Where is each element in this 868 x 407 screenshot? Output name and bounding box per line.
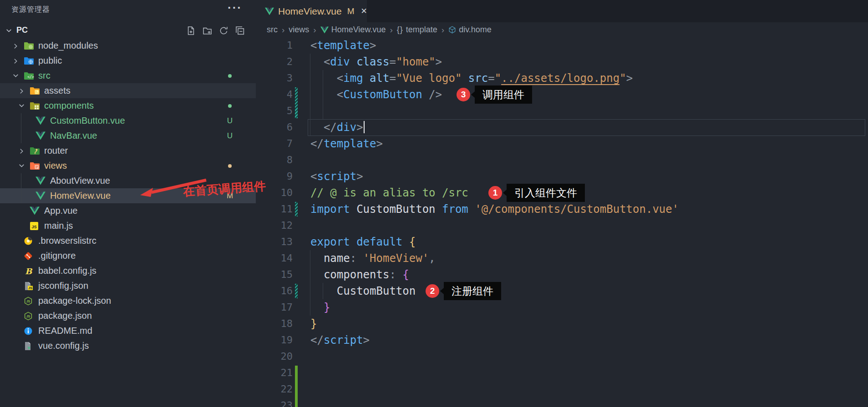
- line-number: 23: [256, 397, 293, 407]
- git-changes-dot: [228, 104, 232, 108]
- babel-icon: B: [24, 266, 35, 276]
- chevron-down-icon[interactable]: [12, 72, 20, 80]
- tree-item-label: .browserslistrc: [38, 236, 96, 246]
- more-actions-icon[interactable]: ···: [228, 1, 242, 15]
- code-line-23: 23: [256, 397, 868, 407]
- collapse-all-icon[interactable]: [235, 26, 245, 35]
- tree-item-vue-config-js[interactable]: vue.config.js: [0, 338, 256, 353]
- git-changes-dot: [228, 74, 232, 78]
- tree-item-router[interactable]: router: [0, 143, 256, 158]
- line-number: 2: [256, 54, 293, 70]
- breadcrumb-div-home[interactable]: div.home: [448, 25, 492, 35]
- tree-item-label: public: [38, 55, 62, 66]
- folder-node-icon: [24, 41, 35, 50]
- git-changes-dot: [228, 164, 232, 168]
- tree-item-views[interactable]: views: [0, 158, 256, 173]
- line-content: import CustomButton from '@/components/C…: [310, 201, 679, 217]
- breadcrumb-label: div.home: [459, 25, 492, 35]
- breadcrumb-label: template: [406, 25, 437, 35]
- tree-item-label: components: [44, 100, 94, 111]
- tree-item-label: AboutView.vue: [50, 176, 110, 186]
- breadcrumb-template[interactable]: {}template: [397, 25, 437, 35]
- chevron-right-icon[interactable]: [12, 42, 20, 50]
- tree-item-App-vue[interactable]: App.vue: [0, 203, 256, 218]
- line-number: 1: [256, 37, 293, 54]
- chevron-down-icon[interactable]: [18, 162, 26, 170]
- tree-item-src[interactable]: </>src: [0, 68, 256, 83]
- tree-item-main-js[interactable]: JSmain.js: [0, 218, 256, 233]
- cube-icon: [448, 26, 456, 34]
- code-line-8: 8: [256, 152, 868, 168]
- code-lines: 1<template>2 <div class="home">3 <img al…: [256, 37, 868, 407]
- tree-item-AboutView-vue[interactable]: AboutView.vue: [0, 173, 256, 188]
- breadcrumb-separator: ›: [313, 25, 316, 35]
- line-number: 16: [256, 283, 293, 299]
- tree-item-label: README.md: [38, 326, 92, 336]
- breadcrumb-separator: ›: [442, 25, 444, 35]
- chevron-spacer: [12, 267, 20, 275]
- tree-item--gitignore[interactable]: .gitignore: [0, 248, 256, 263]
- breadcrumb-HomeView-vue[interactable]: HomeView.vue: [320, 25, 386, 35]
- close-icon[interactable]: ✕: [361, 6, 367, 16]
- callout-badge-3: 3: [457, 88, 470, 101]
- tree-item-label: src: [38, 70, 51, 81]
- explorer-sidebar: 资源管理器 ··· PC node_modulespublic</>srcass…: [0, 0, 256, 407]
- tree-item-package-lock-json[interactable]: JSpackage-lock.json: [0, 293, 256, 308]
- chevron-right-icon[interactable]: [18, 147, 26, 155]
- code-line-7: 7</template>: [256, 136, 868, 152]
- chevron-spacer: [24, 117, 32, 125]
- chevron-right-icon[interactable]: [12, 57, 20, 65]
- project-section-header[interactable]: PC: [0, 23, 256, 38]
- line-number: 10: [256, 185, 293, 201]
- new-folder-icon[interactable]: [203, 26, 212, 35]
- node-icon: JS: [24, 296, 35, 306]
- code-line-17: 17 }: [256, 299, 868, 316]
- tree-item-CustomButton-vue[interactable]: CustomButton.vueU: [0, 113, 256, 128]
- tree-item-package-json[interactable]: JSpackage.json: [0, 308, 256, 323]
- tree-item-README-md[interactable]: README.md: [0, 323, 256, 338]
- git-status-badge: U: [224, 131, 236, 141]
- new-file-icon[interactable]: [186, 26, 196, 35]
- code-line-19: 19</script>: [256, 332, 868, 348]
- line-content: components: {: [310, 266, 409, 283]
- tree-item-babel-config-js[interactable]: Bbabel.config.js: [0, 263, 256, 278]
- breadcrumb-views[interactable]: views: [289, 25, 309, 35]
- tree-item-node_modules[interactable]: node_modules: [0, 38, 256, 53]
- tree-indent-guide: [21, 173, 21, 203]
- chevron-down-icon[interactable]: [18, 102, 26, 110]
- folder-assets-icon: [30, 86, 41, 95]
- tree-item-jsconfig-json[interactable]: JSjsconfig.json: [0, 278, 256, 293]
- line-number: 14: [256, 250, 293, 266]
- line-content: }: [310, 316, 317, 332]
- refresh-icon[interactable]: [219, 26, 228, 35]
- git-icon: [24, 251, 35, 261]
- js-icon: JS: [30, 221, 41, 231]
- code-line-4: 4 <CustomButton />: [256, 86, 868, 103]
- code-line-2: 2 <div class="home">: [256, 54, 868, 70]
- tree-item-label: router: [44, 146, 68, 156]
- tree-item-public[interactable]: public: [0, 53, 256, 68]
- line-number: 4: [256, 86, 293, 103]
- tree-item-label: jsconfig.json: [38, 281, 88, 291]
- line-number: 12: [256, 217, 293, 234]
- tree-item-NavBar-vue[interactable]: NavBar.vueU: [0, 128, 256, 143]
- line-number: 17: [256, 299, 293, 316]
- tab-homeview[interactable]: HomeView.vue M ✕: [256, 0, 367, 22]
- vue-icon: [36, 176, 46, 186]
- chevron-spacer: [24, 132, 32, 140]
- git-status-badge: U: [224, 116, 236, 126]
- tree-item-components[interactable]: components: [0, 98, 256, 113]
- tree-item-assets[interactable]: assets: [0, 83, 256, 98]
- folder-components-icon: [30, 101, 41, 111]
- folder-views-icon: [30, 161, 41, 171]
- breadcrumb-src[interactable]: src: [267, 25, 278, 35]
- code-editor[interactable]: 1<template>2 <div class="home">3 <img al…: [256, 37, 868, 407]
- line-number: 8: [256, 152, 293, 168]
- tree-item-label: CustomButton.vue: [50, 116, 125, 126]
- chevron-right-icon[interactable]: [18, 87, 26, 95]
- vue-icon: [36, 191, 46, 201]
- editor-area: HomeView.vue M ✕ src›views›HomeView.vue›…: [256, 0, 868, 407]
- tree-item-HomeView-vue[interactable]: HomeView.vueM: [0, 188, 256, 203]
- tree-item--browserslistrc[interactable]: .browserslistrc: [0, 233, 256, 248]
- chevron-spacer: [12, 342, 20, 350]
